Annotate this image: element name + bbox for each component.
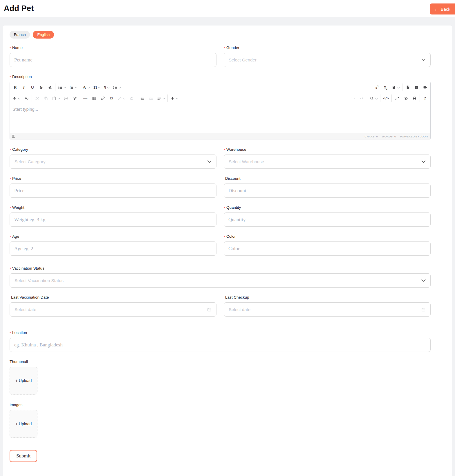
last-checkup-date-picker[interactable]: Select date: [224, 302, 431, 317]
required-mark: *: [10, 75, 11, 79]
age-input[interactable]: [10, 241, 216, 256]
unordered-list-icon[interactable]: [56, 83, 68, 92]
font-family-icon[interactable]: A: [81, 83, 91, 92]
editor-chars-count: CHARS: 0: [364, 135, 378, 138]
price-input[interactable]: [10, 184, 216, 198]
italic-icon[interactable]: I: [19, 83, 28, 92]
chevron-down-icon: [421, 160, 426, 163]
eraser-icon[interactable]: [46, 83, 54, 92]
redo-icon[interactable]: [357, 94, 366, 103]
strikethrough-icon[interactable]: S: [37, 83, 46, 92]
gender-select[interactable]: Select Gender: [224, 53, 431, 67]
search-icon[interactable]: [368, 94, 379, 103]
editor-toolbar-row1: BIUSATI¶x2x2: [10, 82, 430, 93]
quantity-input[interactable]: [224, 212, 431, 227]
toolbar-separator: [367, 95, 367, 102]
field-warehouse: * Warehouse Select Warehouse: [224, 147, 431, 169]
select-all-icon[interactable]: [62, 94, 70, 103]
calendar-icon: [421, 307, 426, 312]
toolbar-separator: [167, 95, 168, 102]
thumbnail-upload-button[interactable]: + Upload: [10, 367, 37, 395]
fullscreen-icon[interactable]: [393, 94, 401, 103]
font-size-icon[interactable]: TI: [91, 83, 102, 92]
table-icon[interactable]: [90, 94, 98, 103]
field-color: * Color: [224, 234, 431, 256]
speech-recognize-icon[interactable]: [11, 94, 22, 103]
toolbar-separator: [391, 95, 392, 102]
field-gender: * Gender Select Gender: [224, 46, 431, 67]
about-icon[interactable]: ?: [421, 94, 429, 103]
video-icon[interactable]: [421, 83, 429, 92]
brush-icon[interactable]: [169, 94, 180, 103]
chevron-down-icon: [375, 97, 378, 99]
location-input[interactable]: [10, 338, 431, 352]
chevron-down-icon: [397, 86, 400, 88]
tab-franch[interactable]: Franch: [10, 31, 30, 39]
editor-toolbar-row2: —Ω</>?: [10, 93, 430, 104]
file-icon[interactable]: [403, 83, 412, 92]
weight-input[interactable]: [10, 212, 216, 227]
paste-icon[interactable]: [50, 94, 62, 103]
chevron-down-icon: [176, 97, 179, 99]
print-icon[interactable]: [410, 94, 419, 103]
paragraph-icon[interactable]: ¶: [102, 83, 111, 92]
required-mark: *: [10, 267, 11, 271]
horizontal-rule-icon[interactable]: —: [81, 94, 90, 103]
cut-icon[interactable]: [33, 94, 41, 103]
field-description: * Description BIUSATI¶x2x2 —Ω</>? Start …: [10, 75, 431, 139]
bold-icon[interactable]: B: [11, 83, 19, 92]
last-vaccination-date-picker[interactable]: Select date: [10, 302, 216, 317]
field-price: * Price: [10, 176, 216, 198]
back-button[interactable]: ← Back: [430, 3, 455, 14]
thumbnail-label: Thumbnail: [10, 359, 431, 364]
spellcheck-icon[interactable]: [22, 94, 31, 103]
chevron-down-icon: [123, 97, 126, 99]
editor-content[interactable]: Start typing...: [10, 104, 430, 133]
class-span-icon[interactable]: [390, 83, 401, 92]
copy-icon[interactable]: [41, 94, 50, 103]
category-select-placeholder: Select Category: [15, 159, 46, 164]
images-upload-button[interactable]: + Upload: [10, 410, 37, 438]
discount-input[interactable]: [224, 184, 431, 198]
color-input[interactable]: [224, 241, 431, 256]
name-label: * Name: [10, 46, 216, 50]
indent-icon[interactable]: [138, 94, 147, 103]
date-placeholder: Select date: [229, 307, 250, 312]
category-select[interactable]: Select Category: [10, 155, 216, 169]
line-height-icon[interactable]: [111, 83, 122, 92]
chevron-down-icon: [118, 86, 121, 88]
submit-button[interactable]: Submit: [10, 450, 37, 462]
undo-icon[interactable]: [349, 94, 357, 103]
symbols-icon[interactable]: Ω: [107, 94, 116, 103]
toolbar-separator: [380, 95, 380, 102]
editor-resize-handle-icon[interactable]: [12, 135, 15, 138]
ai-assistant-icon[interactable]: [127, 94, 136, 103]
tab-english[interactable]: English: [33, 31, 54, 39]
rich-text-editor: BIUSATI¶x2x2 —Ω</>? Start typing... CHAR…: [10, 82, 431, 139]
category-label: * Category: [10, 147, 216, 152]
image-icon[interactable]: [412, 83, 421, 92]
preview-icon[interactable]: [401, 94, 410, 103]
name-input[interactable]: [10, 53, 216, 67]
chevron-down-icon: [421, 59, 426, 61]
subscript-icon[interactable]: x2: [381, 83, 390, 92]
warehouse-label: * Warehouse: [224, 147, 431, 152]
field-thumbnail: Thumbnail + Upload: [10, 359, 431, 395]
superscript-icon[interactable]: x2: [373, 83, 381, 92]
toolbar-separator: [402, 83, 402, 91]
field-last-checkup: Last Checkup Select date: [224, 295, 431, 317]
vaccination-status-select[interactable]: Select Vaccination Status: [10, 273, 431, 288]
align-left-icon[interactable]: [155, 94, 167, 103]
warehouse-select[interactable]: Select Warehouse: [224, 155, 431, 169]
copy-format-icon[interactable]: [70, 94, 79, 103]
chevron-down-icon: [75, 86, 78, 88]
ordered-list-icon[interactable]: [68, 83, 79, 92]
required-mark: *: [10, 206, 11, 210]
required-mark: *: [10, 235, 11, 239]
ai-commands-icon[interactable]: [116, 94, 127, 103]
underline-icon[interactable]: U: [28, 83, 37, 92]
add-pet-form-card: Franch English * Name * Gender Select Ge…: [3, 26, 452, 476]
source-code-icon[interactable]: </>: [381, 94, 391, 103]
link-icon[interactable]: [98, 94, 107, 103]
outdent-icon[interactable]: [147, 94, 155, 103]
